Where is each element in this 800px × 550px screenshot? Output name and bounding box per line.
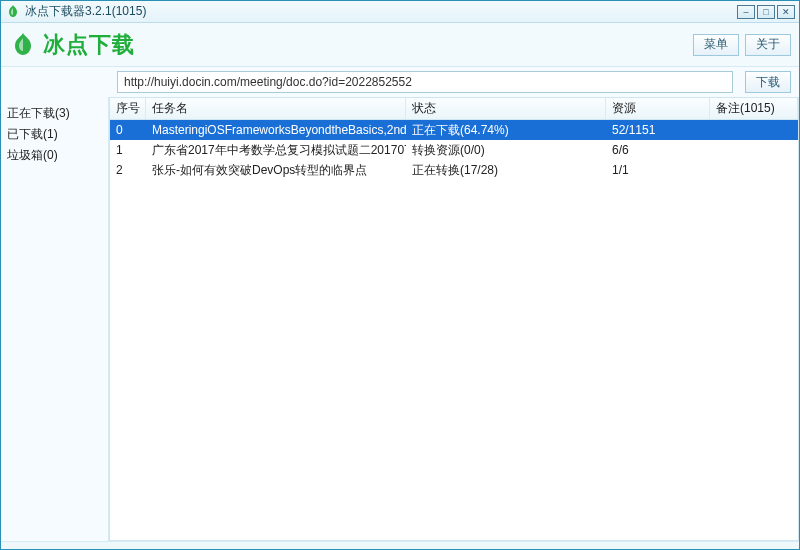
task-table: 序号 任务名 状态 资源 备注(1015) 0MasteringiOSFrame… bbox=[109, 97, 799, 541]
cell-note bbox=[710, 140, 798, 160]
cell-name: MasteringiOSFrameworksBeyondtheBasics,2n… bbox=[146, 120, 406, 140]
cell-note bbox=[710, 160, 798, 180]
header: 冰点下载 菜单 关于 bbox=[1, 23, 799, 67]
sidebar-item-downloaded[interactable]: 已下载(1) bbox=[5, 124, 104, 145]
window-buttons: – □ ✕ bbox=[737, 5, 795, 19]
download-button[interactable]: 下载 bbox=[745, 71, 791, 93]
status-bar bbox=[1, 541, 799, 549]
col-header-name[interactable]: 任务名 bbox=[146, 98, 406, 119]
cell-res: 52/1151 bbox=[606, 120, 710, 140]
menu-button[interactable]: 菜单 bbox=[693, 34, 739, 56]
table-row[interactable]: 2张乐-如何有效突破DevOps转型的临界点正在转换(17/28)1/1 bbox=[110, 160, 798, 180]
table-header: 序号 任务名 状态 资源 备注(1015) bbox=[110, 98, 798, 120]
sidebar: 正在下载(3) 已下载(1) 垃圾箱(0) bbox=[1, 97, 109, 541]
body: 正在下载(3) 已下载(1) 垃圾箱(0) 序号 任务名 状态 资源 备注(10… bbox=[1, 97, 799, 541]
url-input[interactable] bbox=[117, 71, 733, 93]
cell-idx: 1 bbox=[110, 140, 146, 160]
cell-res: 6/6 bbox=[606, 140, 710, 160]
maximize-button[interactable]: □ bbox=[757, 5, 775, 19]
cell-note bbox=[710, 120, 798, 140]
close-button[interactable]: ✕ bbox=[777, 5, 795, 19]
cell-name: 张乐-如何有效突破DevOps转型的临界点 bbox=[146, 160, 406, 180]
col-header-state[interactable]: 状态 bbox=[406, 98, 606, 119]
sidebar-item-trash[interactable]: 垃圾箱(0) bbox=[5, 145, 104, 166]
window-title: 冰点下载器3.2.1(1015) bbox=[25, 3, 737, 20]
cell-name: 广东省2017年中考数学总复习模拟试题二201707... bbox=[146, 140, 406, 160]
col-header-note[interactable]: 备注(1015) bbox=[710, 98, 798, 119]
cell-state: 正在转换(17/28) bbox=[406, 160, 606, 180]
about-button[interactable]: 关于 bbox=[745, 34, 791, 56]
cell-state: 转换资源(0/0) bbox=[406, 140, 606, 160]
col-header-res[interactable]: 资源 bbox=[606, 98, 710, 119]
app-window: 冰点下载器3.2.1(1015) – □ ✕ 冰点下载 菜单 关于 下载 正在下… bbox=[0, 0, 800, 550]
app-icon bbox=[5, 4, 21, 20]
cell-idx: 0 bbox=[110, 120, 146, 140]
col-header-index[interactable]: 序号 bbox=[110, 98, 146, 119]
table-row[interactable]: 0MasteringiOSFrameworksBeyondtheBasics,2… bbox=[110, 120, 798, 140]
table-row[interactable]: 1广东省2017年中考数学总复习模拟试题二201707...转换资源(0/0)6… bbox=[110, 140, 798, 160]
sidebar-item-downloading[interactable]: 正在下载(3) bbox=[5, 103, 104, 124]
cell-state: 正在下载(64.74%) bbox=[406, 120, 606, 140]
table-body: 0MasteringiOSFrameworksBeyondtheBasics,2… bbox=[110, 120, 798, 540]
url-row: 下载 bbox=[1, 67, 799, 97]
brand-title: 冰点下载 bbox=[43, 30, 687, 60]
cell-res: 1/1 bbox=[606, 160, 710, 180]
cell-idx: 2 bbox=[110, 160, 146, 180]
minimize-button[interactable]: – bbox=[737, 5, 755, 19]
logo-icon bbox=[9, 31, 37, 59]
title-bar: 冰点下载器3.2.1(1015) – □ ✕ bbox=[1, 1, 799, 23]
